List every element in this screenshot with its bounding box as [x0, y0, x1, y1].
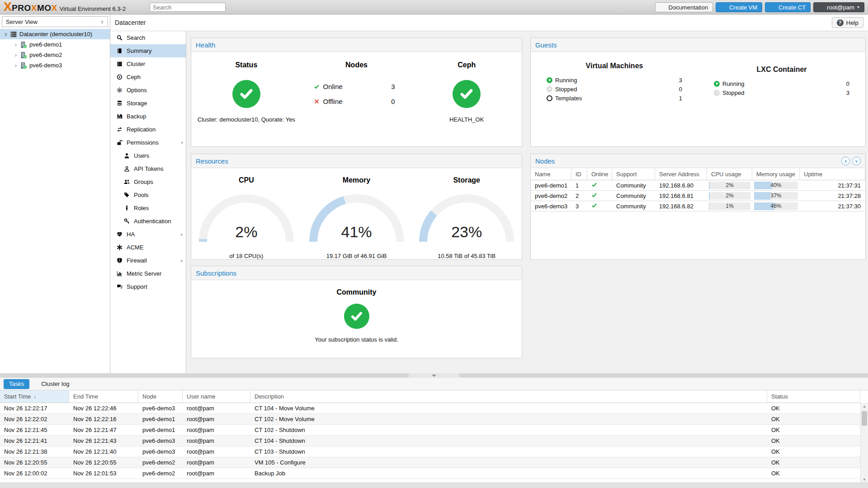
task-node: pve6-demo1	[138, 427, 183, 433]
menu-item-ha[interactable]: HA▸	[110, 228, 186, 241]
documentation-button[interactable]: Documentation	[655, 2, 713, 12]
menu-item-pools[interactable]: Pools	[110, 188, 186, 202]
nodes-column-header[interactable]: Memory usage	[752, 168, 800, 180]
ceph-ok-icon	[453, 80, 481, 108]
menu-item-users[interactable]: Users	[110, 149, 186, 162]
tasks-column-header[interactable]: End Time	[69, 390, 138, 403]
global-search-input[interactable]	[150, 3, 226, 12]
task-row[interactable]: Nov 26 12:21:38 Nov 26 12:21:40 pve6-dem…	[0, 446, 860, 457]
task-row[interactable]: Nov 26 12:21:45 Nov 26 12:21:47 pve6-dem…	[0, 425, 860, 436]
node-state-row: Offline 0	[314, 98, 400, 105]
menu-item-options[interactable]: Options	[110, 84, 186, 97]
nodes-column-header[interactable]: Name	[531, 168, 571, 180]
nodes-table-row: pve6-demo3 3 Community 192.168.6.82 1% 4…	[531, 201, 865, 211]
nodes-column-header[interactable]: Server Address	[655, 168, 707, 180]
lxc-heading: LXC Container	[698, 66, 865, 74]
tab-tasks[interactable]: Tasks	[4, 379, 29, 389]
menu-item-ceph[interactable]: Ceph	[110, 70, 186, 84]
task-row[interactable]: Nov 26 12:20:55 Nov 26 12:20:55 pve6-dem…	[0, 457, 860, 468]
scrollbar-thumb[interactable]	[862, 411, 867, 426]
nodes-heading: Nodes	[302, 61, 412, 69]
menu-item-api-tokens[interactable]: API Tokens	[110, 162, 186, 175]
menu-item-label: Users	[134, 152, 149, 159]
node-name: pve6-demo1	[531, 182, 571, 189]
task-description: VM 105 - Configure	[250, 459, 767, 466]
create-ct-button[interactable]: Create CT	[765, 2, 811, 12]
scroll-down-icon[interactable]: ▼	[861, 476, 868, 483]
nodes-panel-title: Nodes	[535, 157, 555, 165]
lxc-section: LXC Container Running 0 Stopped 3	[698, 52, 865, 103]
nodes-column-header[interactable]: Support	[612, 168, 655, 180]
nodes-column-header[interactable]: CPU usage	[707, 168, 752, 180]
scroll-up-icon[interactable]: ▲	[861, 403, 868, 409]
tree-expander-icon[interactable]: ∨	[3, 31, 9, 38]
task-row[interactable]: Nov 26 12:22:02 Nov 26 12:22:16 pve6-dem…	[0, 414, 860, 425]
running-icon	[547, 77, 552, 83]
create-vm-button[interactable]: Create VM	[716, 2, 762, 12]
menu-item-authentication[interactable]: Authentication	[110, 215, 186, 228]
nodes-column-header[interactable]: Uptime	[800, 168, 865, 180]
tasks-column-header[interactable]: Description	[250, 390, 767, 403]
vertical-scrollbar[interactable]: ▲ ▼	[860, 403, 868, 483]
key-icon	[124, 218, 130, 224]
tree-item[interactable]: › pve6-demo3	[0, 60, 110, 70]
menu-item-acme[interactable]: ACME	[110, 241, 186, 254]
nodes-column-header[interactable]: ID	[571, 168, 587, 180]
tasks-column-header[interactable]: User name	[183, 390, 250, 403]
tasks-column-header[interactable]: Start Time↓	[0, 390, 69, 403]
menu-item-permissions[interactable]: Permissions▾	[110, 136, 186, 149]
tree-item[interactable]: ∨ Datacenter (democluster10)	[0, 29, 110, 39]
view-selector[interactable]: Server View ∨	[2, 16, 108, 27]
tree-expander-icon[interactable]: ›	[13, 52, 19, 58]
task-row[interactable]: Nov 26 12:21:41 Nov 26 12:21:43 pve6-dem…	[0, 436, 860, 446]
chevron-down-circle-icon[interactable]: ∨	[852, 157, 861, 165]
summary-content: Health Status Cluster: democluster10, Qu…	[186, 31, 868, 373]
tab-cluster-log[interactable]: Cluster log	[36, 379, 75, 389]
task-start-time: Nov 26 12:22:17	[0, 405, 69, 412]
menu-item-label: Cluster	[127, 61, 145, 67]
cluster-status-caption: Cluster: democluster10, Quorate: Yes	[191, 116, 302, 123]
menu-item-summary[interactable]: Summary	[110, 44, 186, 57]
help-button[interactable]: ? Help	[832, 17, 863, 28]
nodes-column-header[interactable]: Online	[587, 168, 612, 180]
lxc-state-list: Running 0 Stopped 3	[714, 79, 849, 97]
task-row[interactable]: Nov 26 12:00:02 Nov 26 12:01:53 pve6-dem…	[0, 468, 860, 479]
horizontal-scrollbar[interactable]	[0, 483, 868, 488]
tree-item[interactable]: › pve6-demo1	[0, 39, 110, 50]
menu-item-cluster[interactable]: Cluster	[110, 57, 186, 70]
splitter-collapse-handle[interactable]	[409, 373, 459, 378]
menu-item-storage[interactable]: Storage	[110, 97, 186, 110]
expand-right-icon[interactable]: ▸	[181, 232, 183, 237]
task-description: CT 104 - Move Volume	[250, 405, 767, 412]
cluster-status-section: Status Cluster: democluster10, Quorate: …	[191, 52, 302, 123]
menu-item-backup[interactable]: Backup	[110, 110, 186, 123]
menu-item-groups[interactable]: Groups	[110, 175, 186, 188]
tree-item-label: pve6-demo2	[29, 52, 62, 58]
menu-item-roles[interactable]: Roles	[110, 202, 186, 215]
tasks-column-header[interactable]: Node	[138, 390, 183, 403]
brand-word: PROXMOX	[12, 3, 57, 13]
chevron-up-circle-icon[interactable]: ∧	[841, 157, 850, 165]
menu-item-label: API Tokens	[134, 165, 164, 172]
cpu-usage-bar: 2%	[709, 192, 750, 200]
tree-item[interactable]: › pve6-demo2	[0, 50, 110, 60]
menu-item-search[interactable]: Search	[110, 31, 186, 44]
menu-item-support[interactable]: Support	[110, 280, 186, 293]
ceph-status-text: HEALTH_OK	[411, 116, 522, 123]
tasks-column-header[interactable]: Status	[767, 390, 860, 403]
menu-item-metric-server[interactable]: Metric Server	[110, 267, 186, 280]
guest-state-count: 0	[679, 86, 682, 93]
vm-state-list: Running 3 Stopped 0 Templates 1	[547, 75, 682, 103]
menu-item-replication[interactable]: Replication	[110, 123, 186, 136]
guests-panel-header: Guests	[531, 38, 865, 52]
menu-item-firewall[interactable]: Firewall▸	[110, 254, 186, 267]
expand-down-icon[interactable]: ▾	[181, 140, 183, 145]
task-end-time: Nov 26 12:21:40	[69, 448, 138, 455]
user-menu-button[interactable]: root@pam ▾	[813, 2, 864, 12]
tree-expander-icon[interactable]: ›	[13, 42, 19, 48]
task-row[interactable]: Nov 26 12:22:17 Nov 26 12:22:46 pve6-dem…	[0, 403, 860, 414]
expand-right-icon[interactable]: ▸	[181, 258, 183, 263]
vm-section: Virtual Machines Running 3 Stopped 0 Tem…	[531, 52, 698, 103]
tree-expander-icon[interactable]: ›	[13, 62, 19, 69]
horizontal-splitter[interactable]	[0, 373, 868, 378]
